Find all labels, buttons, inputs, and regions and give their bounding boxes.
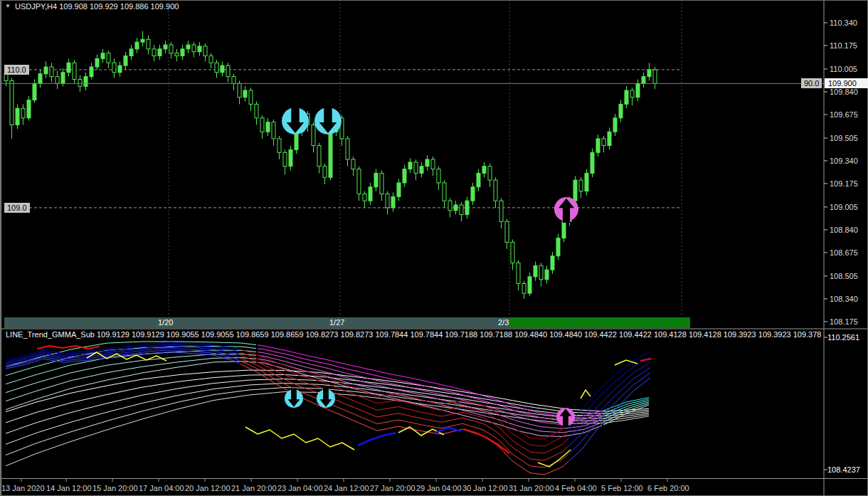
yellow-mark-right2 [615,360,637,365]
grid-lines [4,0,682,317]
red-tip-right [640,359,652,361]
main-signal-arrows [282,106,578,223]
blue-patch-2 [435,428,461,433]
candlesticks [4,31,657,299]
red-kink-mid [464,429,509,453]
gmma-lines [6,342,652,475]
panel-borders [0,0,868,496]
timeline-strip [4,317,690,328]
yellow-mark-right1 [581,390,591,399]
yellow-zigzag-mid [245,427,354,450]
chart-canvas[interactable] [0,0,868,496]
blue-patch-1 [358,433,396,445]
mt4-chart-window: ▼ USDJPY,H4 109.908 109.929 109.886 109.… [0,0,868,496]
